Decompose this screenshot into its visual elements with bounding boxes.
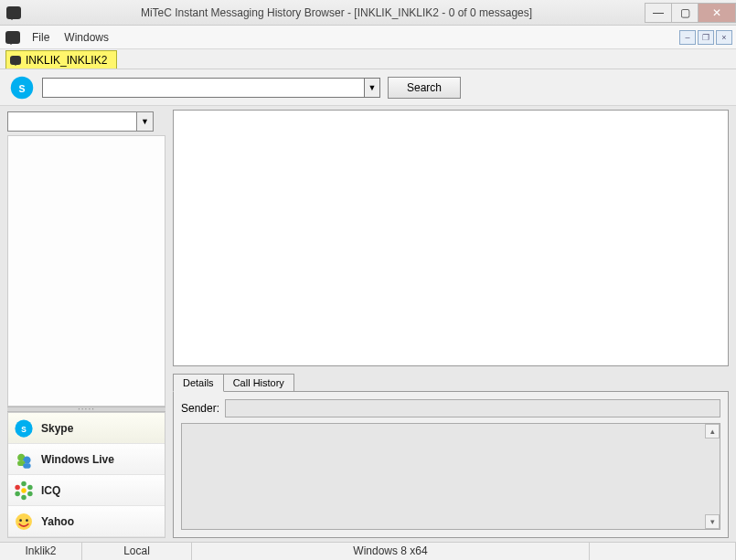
skype-icon: S [9,75,35,100]
svg-text:S: S [21,426,27,434]
svg-point-15 [15,491,20,496]
svg-point-13 [27,491,33,496]
search-toolbar: S ▼ Search [0,69,736,106]
menubar: File Windows – ❐ × [0,26,736,49]
search-button[interactable]: Search [388,77,461,99]
search-combo[interactable]: ▼ [42,78,380,98]
message-text-area: ▴ ▾ [181,423,720,530]
status-extra [590,543,736,560]
service-label: Windows Live [41,453,114,466]
status-os: Windows 8 x64 [192,543,590,560]
close-button[interactable]: ✕ [698,3,736,23]
service-item-windows-live[interactable]: Windows Live [8,444,165,475]
scroll-up-icon[interactable]: ▴ [705,424,720,438]
scroll-down-icon[interactable]: ▾ [705,514,720,529]
left-column: ▼ S Skype Windows Live [0,106,169,542]
svg-point-19 [26,519,28,522]
details-panel: Sender: ▴ ▾ [173,392,729,538]
mdi-minimize-button[interactable]: – [679,30,696,45]
menu-windows[interactable]: Windows [57,28,116,47]
chevron-down-icon[interactable]: ▼ [364,78,380,98]
service-item-yahoo[interactable]: Yahoo [8,506,165,537]
windows-live-icon [14,449,34,470]
app-icon [4,3,24,23]
mdi-tab[interactable]: INKLIK_INKLIK2 [5,50,117,69]
svg-text:S: S [18,83,25,94]
mdi-restore-button[interactable]: ❐ [698,30,714,45]
svg-point-11 [21,481,27,486]
window-title: MiTeC Instant Messaging History Browser … [27,6,645,19]
skype-icon: S [14,418,34,438]
search-input[interactable] [42,78,364,98]
service-item-icq[interactable]: ICQ [8,475,165,506]
contact-combo-value [8,112,136,131]
sender-field [225,399,720,417]
svg-point-14 [21,494,27,500]
chat-icon [8,53,23,68]
status-location: Local [82,543,192,560]
service-label: ICQ [41,484,60,497]
status-user: Inklik2 [0,543,82,560]
status-bar: Inklik2 Local Windows 8 x64 [0,542,736,560]
menubar-icon [4,28,22,47]
svg-point-10 [21,488,27,493]
sender-row: Sender: [181,399,720,417]
chevron-down-icon[interactable]: ▼ [136,112,153,131]
maximize-button[interactable]: ▢ [671,3,699,23]
service-label: Yahoo [41,515,74,528]
right-column: Details Call History Sender: ▴ ▾ [169,106,736,542]
service-label: Skype [41,422,73,435]
service-item-skype[interactable]: S Skype [8,413,165,444]
message-view[interactable] [173,110,729,366]
menu-file[interactable]: File [25,28,57,47]
minimize-button[interactable]: — [645,3,672,23]
svg-rect-9 [23,463,30,469]
mdi-tabstrip: INKLIK_INKLIK2 [0,49,736,69]
service-list: S Skype Windows Live ICQ [7,412,165,538]
svg-point-16 [15,484,20,490]
window-controls: — ▢ ✕ [645,3,736,23]
mdi-close-button[interactable]: × [716,30,732,45]
svg-point-18 [19,519,22,522]
svg-point-17 [16,513,32,530]
icq-icon [14,481,34,501]
contact-combo[interactable]: ▼ [7,111,154,132]
svg-point-12 [27,484,33,490]
titlebar: MiTeC Instant Messaging History Browser … [0,0,736,26]
mdi-tab-label: INKLIK_INKLIK2 [26,54,107,67]
tab-call-history[interactable]: Call History [223,374,294,392]
yahoo-icon [14,512,34,532]
contact-list[interactable] [7,135,165,407]
sender-label: Sender: [181,402,219,415]
tab-details[interactable]: Details [173,374,224,392]
main-area: ▼ S Skype Windows Live [0,106,736,542]
detail-tabs: Details Call History [173,372,729,392]
